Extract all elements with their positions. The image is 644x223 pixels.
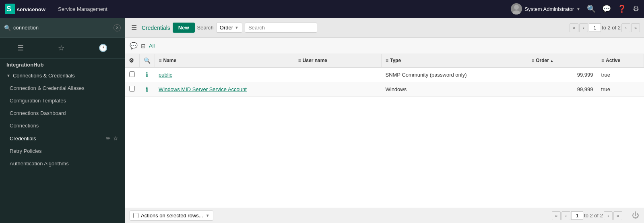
sidebar-star-icon[interactable]: ☆: [56, 42, 66, 54]
prev-page-button[interactable]: ‹: [579, 23, 588, 32]
actions-dropdown[interactable]: Actions on selected rows... ▼: [130, 210, 213, 221]
power-icon[interactable]: ⏻: [632, 211, 639, 220]
filter-all-tag[interactable]: All: [149, 43, 155, 49]
table-header-row: ⚙ 🔍 ≡ Name: [125, 54, 644, 67]
main-layout: 🔍 ✕ ☰ ☆ 🕐 IntegrationHub ▼ Connections &…: [0, 18, 644, 223]
search-label[interactable]: Search: [197, 25, 214, 31]
sidebar-item-connections[interactable]: Connections: [0, 119, 125, 132]
last-page-button[interactable]: »: [631, 23, 640, 32]
svg-text:S: S: [6, 5, 11, 13]
sidebar-group-label: Connections & Credentials: [13, 73, 75, 79]
col-menu-icon: ≡: [386, 58, 388, 63]
row-checkbox[interactable]: [129, 86, 135, 92]
user-name: System Administrator: [524, 6, 574, 12]
edit-icon[interactable]: ✏: [106, 135, 111, 142]
actions-label: Actions on selected rows...: [141, 213, 203, 219]
search-icon[interactable]: 🔍: [587, 4, 596, 13]
prev-page-button-bottom[interactable]: ‹: [561, 211, 570, 220]
user-chevron-icon: ▼: [576, 7, 580, 11]
search-input[interactable]: [245, 23, 317, 33]
page-total: to 2 of 2: [602, 25, 621, 31]
sidebar-item-configuration-templates[interactable]: Configuration Templates: [0, 94, 125, 107]
row-order-cell: 99,999: [527, 82, 597, 97]
page-number-input[interactable]: [589, 23, 601, 32]
sidebar-item-connections-dashboard[interactable]: Connections Dashboard: [0, 107, 125, 119]
header-name[interactable]: ≡ Name: [155, 54, 294, 67]
breadcrumb-credentials[interactable]: Credentials: [142, 25, 170, 31]
info-icon[interactable]: ℹ: [146, 86, 148, 93]
col-order-label: Order: [536, 58, 553, 63]
sidebar-group-connections-credentials[interactable]: ▼ Connections & Credentials: [0, 69, 125, 82]
sidebar-list-icon[interactable]: ☰: [16, 42, 25, 54]
header-type[interactable]: ≡ Type: [381, 54, 527, 67]
first-page-button[interactable]: «: [570, 23, 578, 32]
new-button[interactable]: New: [173, 23, 195, 33]
col-menu-icon: ≡: [298, 58, 301, 63]
logo[interactable]: S servicenow Service Management: [5, 3, 107, 15]
sidebar: 🔍 ✕ ☰ ☆ 🕐 IntegrationHub ▼ Connections &…: [0, 18, 125, 223]
next-page-button[interactable]: ›: [621, 23, 630, 32]
sidebar-clock-icon[interactable]: 🕐: [97, 42, 109, 54]
sidebar-search-icon: 🔍: [4, 25, 11, 31]
first-page-button-bottom[interactable]: «: [552, 211, 561, 220]
app-name: Service Management: [58, 6, 107, 12]
header-checkbox-col: ⚙: [125, 54, 139, 67]
row-name-link[interactable]: Windows MID Server Service Account: [159, 86, 247, 92]
page-number-input-bottom[interactable]: [571, 211, 583, 220]
top-navigation: S servicenow Service Management System A…: [0, 0, 644, 18]
chevron-down-icon: ▼: [6, 73, 10, 78]
order-dropdown[interactable]: Order ▼: [216, 23, 242, 33]
sidebar-section-header: IntegrationHub: [0, 58, 125, 69]
col-name-label: Name: [163, 58, 177, 63]
page-total-bottom: to 2 of 2: [584, 213, 603, 219]
filter-funnel-icon[interactable]: ⊟: [141, 43, 146, 49]
svg-text:servicenow: servicenow: [17, 6, 46, 13]
hamburger-icon[interactable]: ☰: [129, 22, 139, 33]
header-active[interactable]: ≡ Active: [597, 54, 644, 67]
bottom-checkbox[interactable]: [133, 213, 138, 218]
col-username-label: User name: [303, 58, 327, 63]
sidebar-item-label: Connections Dashboard: [10, 110, 66, 116]
row-checkbox[interactable]: [129, 71, 135, 77]
filter-chat-icon[interactable]: 💬: [130, 42, 138, 50]
sidebar-search-input[interactable]: [13, 25, 111, 31]
row-active-cell: true: [597, 67, 644, 82]
sidebar-item-label: Retry Policies: [10, 148, 41, 154]
row-type-cell: Windows: [381, 82, 527, 97]
star-icon[interactable]: ☆: [113, 135, 118, 142]
sidebar-item-credentials[interactable]: Credentials ✏ ☆: [0, 132, 125, 145]
row-active: true: [601, 86, 610, 92]
gear-icon[interactable]: ⚙: [129, 57, 134, 64]
row-name-link[interactable]: public: [159, 72, 172, 78]
header-username[interactable]: ≡ User name: [294, 54, 381, 67]
col-active-label: Active: [606, 58, 620, 63]
row-order: 99,999: [577, 72, 593, 78]
sidebar-clear-button[interactable]: ✕: [114, 24, 121, 31]
header-order[interactable]: ≡ Order: [527, 54, 597, 67]
col-type-label: Type: [390, 58, 401, 63]
user-menu[interactable]: System Administrator ▼: [511, 3, 580, 15]
bottom-bar: Actions on selected rows... ▼ « ‹ to 2 o…: [125, 208, 644, 223]
sidebar-item-authentication-algorithms[interactable]: Authentication Algorithms: [0, 157, 125, 170]
row-checkbox-cell: [125, 67, 139, 82]
sidebar-search-bar: 🔍 ✕: [0, 18, 125, 38]
filter-bar: 💬 ⊟ All: [125, 38, 644, 54]
sidebar-item-label: Connections: [10, 123, 39, 129]
settings-icon[interactable]: ⚙: [633, 4, 639, 13]
sidebar-item-retry-policies[interactable]: Retry Policies: [0, 145, 125, 157]
svg-point-4: [512, 10, 520, 15]
servicenow-logo-svg: S servicenow: [5, 3, 53, 15]
row-info-cell: ℹ: [139, 82, 155, 97]
sidebar-item-label: Credentials: [10, 135, 36, 142]
col-menu-icon: ≡: [601, 58, 604, 63]
info-icon[interactable]: ℹ: [146, 71, 148, 78]
chat-icon[interactable]: 💬: [602, 4, 611, 13]
help-icon[interactable]: ❓: [617, 4, 626, 13]
table-row: ℹ Windows MID Server Service Account Win…: [125, 82, 644, 97]
row-active: true: [601, 72, 610, 78]
table-body: ℹ public SNMP Community (password only): [125, 67, 644, 97]
next-page-button-bottom[interactable]: ›: [604, 211, 613, 220]
last-page-button-bottom[interactable]: »: [613, 211, 622, 220]
sidebar-item-connection-credential-aliases[interactable]: Connection & Credential Aliases: [0, 82, 125, 94]
search-col-icon[interactable]: 🔍: [144, 57, 151, 64]
